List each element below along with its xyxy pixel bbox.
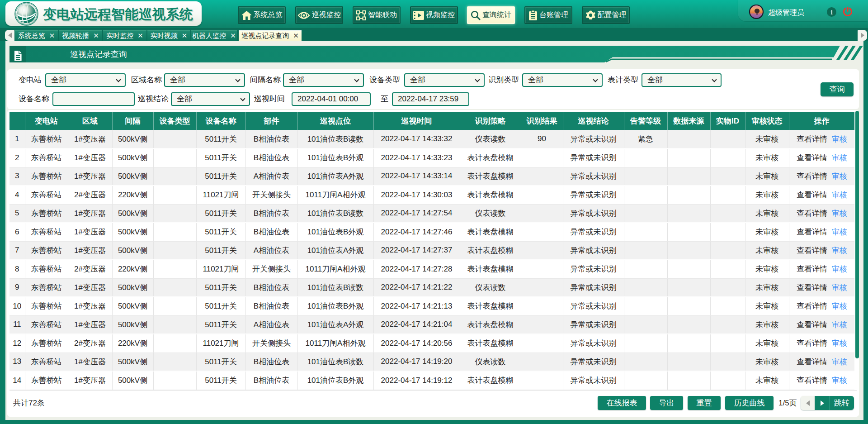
svg-text:i: i: [830, 9, 832, 16]
